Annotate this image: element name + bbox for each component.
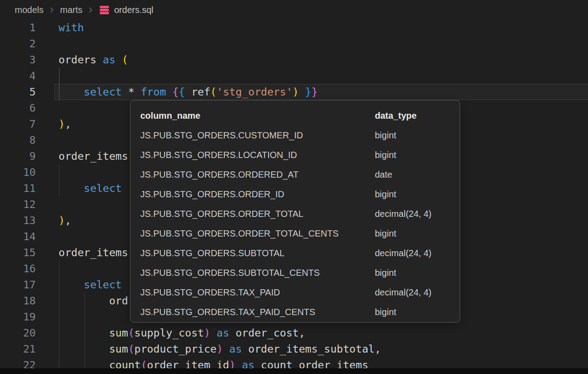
code-text: orders as (: [59, 52, 128, 68]
column-row: JS.PUB.STG_ORDERS.ORDER_TOTALdecimal(24,…: [130, 204, 460, 224]
data-type-cell: bigint: [375, 130, 396, 141]
line-number[interactable]: 14: [0, 229, 36, 245]
data-type-cell: date: [375, 170, 392, 180]
line-number[interactable]: 4: [0, 68, 36, 84]
column-name-cell: JS.PUB.STG_ORDERS.ORDERED_AT: [140, 170, 375, 180]
column-name-cell: JS.PUB.STG_ORDERS.ORDER_ID: [140, 189, 375, 199]
column-name-cell: JS.PUB.STG_ORDERS.CUSTOMER_ID: [140, 130, 375, 141]
code-text: ),: [59, 116, 71, 132]
code-line[interactable]: 2: [0, 36, 588, 52]
line-number[interactable]: 16: [0, 261, 36, 277]
chevron-right-icon: [87, 7, 94, 13]
line-number[interactable]: 17: [0, 277, 36, 293]
data-type-cell: decimal(24, 4): [375, 209, 432, 219]
popup-header-column-name: column_name: [140, 111, 375, 121]
panel-divider: [0, 368, 588, 374]
column-name-cell: JS.PUB.STG_ORDERS.TAX_PAID: [140, 287, 375, 298]
line-number[interactable]: 5: [0, 84, 36, 100]
line-number[interactable]: 6: [0, 100, 36, 116]
line-number[interactable]: 9: [0, 148, 36, 164]
chevron-right-icon: [48, 7, 55, 13]
line-number[interactable]: 20: [0, 325, 36, 341]
column-row: JS.PUB.STG_ORDERS.SUBTOTAL_CENTSbigint: [130, 263, 460, 283]
data-type-cell: bigint: [375, 189, 396, 199]
data-type-cell: bigint: [375, 268, 396, 278]
code-text: order_items: [59, 148, 128, 164]
code-text: sum(product_price) as order_items_subtot…: [59, 341, 381, 357]
code-text: ord: [59, 293, 128, 309]
column-row: JS.PUB.STG_ORDERS.ORDERED_ATdate: [130, 165, 460, 184]
column-metadata-popup: column_name data_type JS.PUB.STG_ORDERS.…: [130, 100, 460, 323]
column-name-cell: JS.PUB.STG_ORDERS.SUBTOTAL_CENTS: [140, 268, 375, 278]
column-name-cell: JS.PUB.STG_ORDERS.TAX_PAID_CENTS: [140, 307, 375, 317]
line-number[interactable]: 7: [0, 116, 36, 132]
line-number[interactable]: 3: [0, 52, 36, 68]
code-text: select: [59, 277, 122, 293]
line-number[interactable]: 1: [0, 20, 36, 36]
column-row: JS.PUB.STG_ORDERS.TAX_PAID_CENTSbigint: [130, 302, 460, 322]
line-number[interactable]: 13: [0, 212, 36, 229]
code-line[interactable]: 4: [0, 68, 588, 84]
data-type-cell: bigint: [375, 150, 396, 160]
column-row: JS.PUB.STG_ORDERS.ORDER_IDbigint: [130, 184, 460, 204]
code-line[interactable]: 5 select * from {{ ref('stg_orders') }}: [0, 84, 588, 100]
code-text: order_items: [59, 245, 128, 261]
code-text: select * from {{ ref('stg_orders') }}: [59, 84, 318, 100]
column-name-cell: JS.PUB.STG_ORDERS.ORDER_TOTAL_CENTS: [140, 229, 375, 239]
breadcrumb-item-models[interactable]: models: [15, 5, 43, 15]
code-text: sum(supply_cost) as order_cost,: [59, 325, 305, 341]
code-line[interactable]: 3orders as (: [0, 52, 588, 68]
column-row: JS.PUB.STG_ORDERS.LOCATION_IDbigint: [130, 145, 460, 165]
line-number[interactable]: 11: [0, 180, 36, 196]
popup-header-row: column_name data_type: [130, 106, 460, 125]
line-number[interactable]: 21: [0, 341, 36, 357]
column-name-cell: JS.PUB.STG_ORDERS.LOCATION_ID: [140, 150, 375, 160]
code-line[interactable]: 21 sum(product_price) as order_items_sub…: [0, 341, 588, 357]
line-number[interactable]: 12: [0, 196, 36, 212]
column-row: JS.PUB.STG_ORDERS.CUSTOMER_IDbigint: [130, 125, 460, 145]
line-number[interactable]: 2: [0, 36, 36, 52]
breadcrumb-item-marts[interactable]: marts: [60, 5, 82, 15]
editor-window: modelsmartsorders.sql 1with23orders as (…: [0, 0, 588, 374]
column-row: JS.PUB.STG_ORDERS.TAX_PAIDdecimal(24, 4): [130, 283, 460, 302]
line-number[interactable]: 15: [0, 245, 36, 261]
database-icon: [99, 5, 110, 15]
popup-rows: JS.PUB.STG_ORDERS.CUSTOMER_IDbigintJS.PU…: [130, 125, 460, 322]
data-type-cell: bigint: [375, 229, 396, 239]
code-text: with: [59, 20, 84, 36]
column-name-cell: JS.PUB.STG_ORDERS.ORDER_TOTAL: [140, 209, 375, 219]
data-type-cell: decimal(24, 4): [375, 248, 432, 258]
code-text: ),: [59, 212, 71, 229]
breadcrumb: modelsmartsorders.sql: [0, 0, 588, 20]
code-line[interactable]: 1with: [0, 20, 588, 36]
code-line[interactable]: 20 sum(supply_cost) as order_cost,: [0, 325, 588, 341]
breadcrumb-item-orders-sql[interactable]: orders.sql: [114, 5, 153, 15]
popup-header-data-type: data_type: [375, 111, 416, 121]
line-number[interactable]: 10: [0, 164, 36, 180]
line-number[interactable]: 18: [0, 293, 36, 309]
column-row: JS.PUB.STG_ORDERS.SUBTOTALdecimal(24, 4): [130, 243, 460, 263]
code-text: select: [59, 180, 122, 196]
line-number[interactable]: 8: [0, 132, 36, 148]
data-type-cell: decimal(24, 4): [375, 287, 432, 298]
line-number[interactable]: 19: [0, 309, 36, 325]
column-row: JS.PUB.STG_ORDERS.ORDER_TOTAL_CENTSbigin…: [130, 224, 460, 243]
data-type-cell: bigint: [375, 307, 396, 317]
column-name-cell: JS.PUB.STG_ORDERS.SUBTOTAL: [140, 248, 375, 258]
